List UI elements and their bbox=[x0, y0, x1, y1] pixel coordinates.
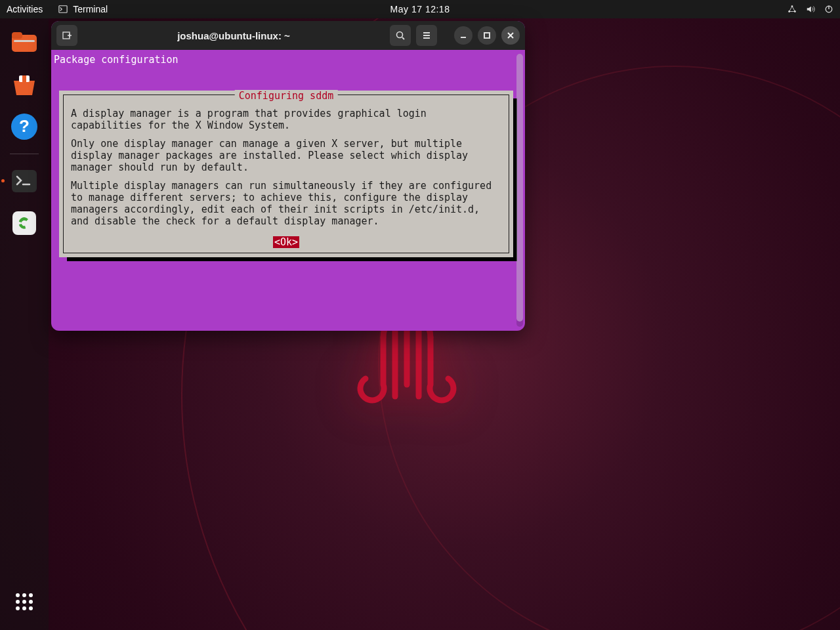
tui-paragraph: A display manager is a program that prov… bbox=[71, 108, 501, 131]
top-bar: Activities Terminal May 17 12:18 bbox=[0, 0, 840, 18]
network-icon bbox=[788, 5, 797, 14]
close-button[interactable] bbox=[501, 26, 520, 45]
hamburger-menu-button[interactable] bbox=[416, 25, 437, 46]
svg-rect-8 bbox=[14, 40, 35, 42]
focused-app-label: Terminal bbox=[73, 4, 108, 14]
tui-dialog-body: A display manager is a program that prov… bbox=[67, 108, 505, 227]
volume-icon bbox=[806, 5, 815, 14]
svg-point-28 bbox=[397, 32, 403, 38]
svg-point-23 bbox=[22, 606, 26, 610]
dock: ? bbox=[0, 18, 49, 630]
focused-app-indicator[interactable]: Terminal bbox=[58, 4, 108, 14]
svg-point-21 bbox=[29, 600, 33, 604]
svg-rect-15 bbox=[12, 211, 36, 235]
svg-point-22 bbox=[16, 606, 20, 610]
svg-rect-7 bbox=[12, 32, 22, 39]
tui-dialog: Configuring sddm A display manager is a … bbox=[59, 91, 513, 257]
svg-rect-10 bbox=[22, 75, 26, 82]
dock-software[interactable] bbox=[8, 68, 41, 101]
system-status-area[interactable] bbox=[788, 5, 833, 14]
svg-point-18 bbox=[29, 593, 33, 597]
svg-point-19 bbox=[16, 600, 20, 604]
tui-paragraph: Only one display manager can manage a gi… bbox=[71, 138, 501, 173]
dock-terminal[interactable] bbox=[8, 165, 41, 198]
svg-rect-13 bbox=[12, 170, 37, 192]
svg-rect-34 bbox=[484, 33, 490, 38]
dock-help[interactable]: ? bbox=[8, 110, 41, 143]
svg-point-16 bbox=[16, 593, 20, 597]
minimize-button[interactable] bbox=[454, 26, 472, 45]
package-config-header: Package configuration bbox=[52, 54, 518, 66]
svg-point-20 bbox=[22, 600, 26, 604]
scrollbar-thumb[interactable] bbox=[516, 54, 523, 322]
window-titlebar[interactable]: joshua@ubuntu-linux: ~ bbox=[51, 21, 525, 50]
svg-point-17 bbox=[22, 593, 26, 597]
terminal-viewport[interactable]: Package configuration Configuring sddm A… bbox=[51, 50, 525, 331]
svg-point-24 bbox=[29, 606, 33, 610]
svg-rect-0 bbox=[59, 6, 67, 13]
terminal-scrollbar[interactable] bbox=[516, 54, 523, 327]
clock[interactable]: May 17 12:18 bbox=[390, 4, 450, 14]
tui-dialog-title: Configuring sddm bbox=[235, 90, 338, 102]
dock-trash[interactable] bbox=[8, 207, 41, 240]
window-title: joshua@ubuntu-linux: ~ bbox=[83, 30, 385, 41]
maximize-button[interactable] bbox=[478, 26, 496, 45]
search-button[interactable] bbox=[390, 25, 411, 46]
new-tab-button[interactable] bbox=[56, 25, 77, 46]
show-applications-button[interactable] bbox=[8, 585, 41, 618]
dock-files[interactable] bbox=[8, 26, 41, 59]
terminal-window: joshua@ubuntu-linux: ~ Package configura… bbox=[51, 21, 525, 331]
tui-paragraph: Multiple display managers can run simult… bbox=[71, 180, 501, 227]
svg-line-29 bbox=[402, 37, 404, 39]
activities-button[interactable]: Activities bbox=[7, 4, 43, 14]
terminal-small-icon bbox=[58, 5, 68, 14]
dock-separator bbox=[10, 154, 39, 154]
power-icon bbox=[824, 5, 833, 14]
ok-button[interactable]: <Ok> bbox=[273, 236, 299, 248]
svg-text:?: ? bbox=[19, 116, 30, 136]
